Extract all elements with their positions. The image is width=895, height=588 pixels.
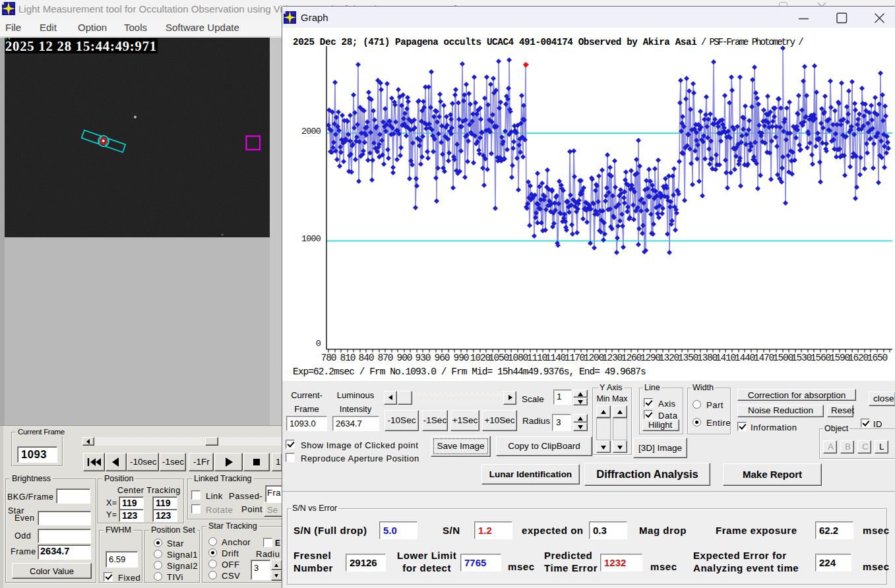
svg-text:1050: 1050 (489, 353, 509, 363)
svg-text:1170: 1170 (565, 353, 585, 363)
svg-text:780: 780 (321, 353, 336, 363)
svg-text:1260: 1260 (621, 353, 642, 363)
svg-text:1620: 1620 (848, 353, 869, 363)
svg-text:1500: 1500 (773, 353, 793, 363)
svg-text:1320: 1320 (659, 353, 679, 363)
svg-text:2025 Dec 28; (471) Papagena oc: 2025 Dec 28; (471) Papagena occults UCAC… (293, 37, 803, 47)
svg-text:900: 900 (397, 353, 412, 363)
svg-text:1020: 1020 (470, 353, 491, 363)
svg-text:1230: 1230 (602, 353, 623, 363)
svg-text:1110: 1110 (527, 353, 547, 363)
svg-text:1560: 1560 (811, 353, 831, 363)
svg-text:840: 840 (359, 353, 374, 363)
svg-text:2000: 2000 (301, 127, 321, 136)
svg-text:1140: 1140 (545, 353, 566, 363)
svg-text:1650: 1650 (867, 353, 888, 363)
svg-text:1590: 1590 (830, 353, 850, 363)
svg-text:1530: 1530 (791, 353, 812, 363)
svg-text:2025 12 28 15:44:49:971: 2025 12 28 15:44:49:971 (5, 39, 156, 53)
svg-text:930: 930 (416, 353, 431, 363)
svg-text:1290: 1290 (640, 353, 661, 363)
svg-text:960: 960 (435, 353, 450, 363)
svg-text:1080: 1080 (508, 353, 528, 363)
svg-text:Exp=62.2msec / Frm No.1093.0 /: Exp=62.2msec / Frm No.1093.0 / Frm Mid= … (293, 367, 646, 377)
svg-text:1380: 1380 (697, 353, 718, 363)
svg-text:1200: 1200 (584, 353, 604, 363)
svg-text:870: 870 (378, 353, 393, 363)
svg-text:1470: 1470 (754, 353, 774, 363)
svg-text:0: 0 (316, 339, 321, 349)
svg-text:1350: 1350 (678, 353, 698, 363)
svg-text:1410: 1410 (716, 353, 736, 363)
svg-text:1000: 1000 (301, 234, 321, 244)
svg-text:990: 990 (454, 353, 469, 363)
svg-text:810: 810 (340, 353, 355, 363)
svg-text:1440: 1440 (735, 353, 755, 363)
